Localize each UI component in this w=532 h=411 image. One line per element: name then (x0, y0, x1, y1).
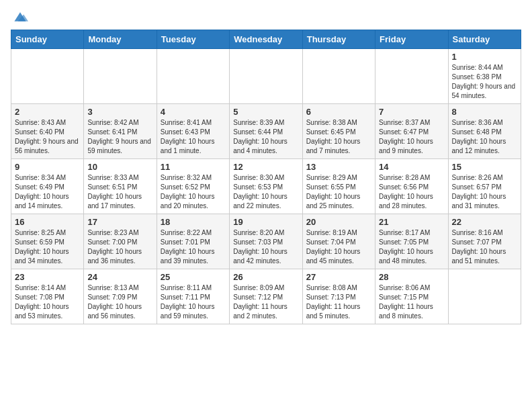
calendar: SundayMondayTuesdayWednesdayThursdayFrid… (11, 30, 521, 324)
day-info: Sunrise: 8:17 AM Sunset: 7:05 PM Dayligh… (379, 228, 444, 266)
day-number: 16 (15, 217, 80, 227)
calendar-cell: 3Sunrise: 8:42 AM Sunset: 6:41 PM Daylig… (84, 104, 157, 159)
day-info: Sunrise: 8:26 AM Sunset: 6:57 PM Dayligh… (452, 173, 517, 211)
day-info: Sunrise: 8:08 AM Sunset: 7:13 PM Dayligh… (306, 283, 371, 321)
calendar-cell: 11Sunrise: 8:32 AM Sunset: 6:52 PM Dayli… (157, 159, 229, 214)
calendar-cell (230, 49, 302, 104)
day-number: 10 (87, 162, 152, 172)
day-info: Sunrise: 8:42 AM Sunset: 6:41 PM Dayligh… (87, 118, 152, 156)
calendar-cell: 6Sunrise: 8:38 AM Sunset: 6:45 PM Daylig… (302, 104, 375, 159)
calendar-week-row: 1Sunrise: 8:44 AM Sunset: 6:38 PM Daylig… (11, 49, 521, 104)
day-number: 19 (233, 217, 298, 227)
day-number: 18 (161, 217, 226, 227)
calendar-header-saturday: Saturday (448, 30, 521, 49)
day-info: Sunrise: 8:37 AM Sunset: 6:47 PM Dayligh… (379, 118, 444, 156)
day-info: Sunrise: 8:44 AM Sunset: 6:38 PM Dayligh… (452, 63, 517, 101)
calendar-cell: 28Sunrise: 8:06 AM Sunset: 7:15 PM Dayli… (375, 269, 448, 324)
calendar-cell: 25Sunrise: 8:11 AM Sunset: 7:11 PM Dayli… (157, 269, 229, 324)
day-info: Sunrise: 8:38 AM Sunset: 6:45 PM Dayligh… (306, 118, 371, 156)
day-number: 7 (379, 107, 444, 117)
day-info: Sunrise: 8:33 AM Sunset: 6:51 PM Dayligh… (87, 173, 152, 211)
day-number: 26 (233, 272, 298, 282)
day-number: 5 (233, 107, 298, 117)
day-number: 20 (306, 217, 371, 227)
calendar-header-monday: Monday (84, 30, 157, 49)
day-info: Sunrise: 8:16 AM Sunset: 7:07 PM Dayligh… (452, 228, 517, 266)
calendar-cell (448, 269, 521, 324)
calendar-cell: 21Sunrise: 8:17 AM Sunset: 7:05 PM Dayli… (375, 214, 448, 269)
header (11, 11, 521, 23)
day-number: 13 (306, 162, 371, 172)
day-info: Sunrise: 8:22 AM Sunset: 7:01 PM Dayligh… (161, 228, 226, 266)
day-info: Sunrise: 8:20 AM Sunset: 7:03 PM Dayligh… (233, 228, 298, 266)
logo (11, 11, 28, 23)
calendar-cell: 1Sunrise: 8:44 AM Sunset: 6:38 PM Daylig… (448, 49, 521, 104)
day-number: 2 (15, 107, 80, 117)
day-info: Sunrise: 8:14 AM Sunset: 7:08 PM Dayligh… (15, 283, 80, 321)
calendar-cell: 4Sunrise: 8:41 AM Sunset: 6:43 PM Daylig… (157, 104, 229, 159)
day-info: Sunrise: 8:36 AM Sunset: 6:48 PM Dayligh… (452, 118, 517, 156)
calendar-cell: 23Sunrise: 8:14 AM Sunset: 7:08 PM Dayli… (11, 269, 84, 324)
calendar-cell (375, 49, 448, 104)
day-info: Sunrise: 8:43 AM Sunset: 6:40 PM Dayligh… (15, 118, 80, 156)
day-number: 6 (306, 107, 371, 117)
day-number: 15 (452, 162, 517, 172)
calendar-week-row: 2Sunrise: 8:43 AM Sunset: 6:40 PM Daylig… (11, 104, 521, 159)
day-info: Sunrise: 8:41 AM Sunset: 6:43 PM Dayligh… (161, 118, 226, 156)
calendar-cell: 5Sunrise: 8:39 AM Sunset: 6:44 PM Daylig… (230, 104, 302, 159)
calendar-cell: 22Sunrise: 8:16 AM Sunset: 7:07 PM Dayli… (448, 214, 521, 269)
calendar-cell: 14Sunrise: 8:28 AM Sunset: 6:56 PM Dayli… (375, 159, 448, 214)
calendar-cell: 8Sunrise: 8:36 AM Sunset: 6:48 PM Daylig… (448, 104, 521, 159)
day-number: 25 (161, 272, 226, 282)
day-info: Sunrise: 8:30 AM Sunset: 6:53 PM Dayligh… (233, 173, 298, 211)
day-number: 27 (306, 272, 371, 282)
calendar-cell: 27Sunrise: 8:08 AM Sunset: 7:13 PM Dayli… (302, 269, 375, 324)
calendar-cell: 15Sunrise: 8:26 AM Sunset: 6:57 PM Dayli… (448, 159, 521, 214)
calendar-week-row: 23Sunrise: 8:14 AM Sunset: 7:08 PM Dayli… (11, 269, 521, 324)
day-info: Sunrise: 8:32 AM Sunset: 6:52 PM Dayligh… (161, 173, 226, 211)
day-number: 4 (161, 107, 226, 117)
day-info: Sunrise: 8:09 AM Sunset: 7:12 PM Dayligh… (233, 283, 298, 321)
day-number: 23 (15, 272, 80, 282)
calendar-cell: 13Sunrise: 8:29 AM Sunset: 6:55 PM Dayli… (302, 159, 375, 214)
day-info: Sunrise: 8:23 AM Sunset: 7:00 PM Dayligh… (87, 228, 152, 266)
day-number: 24 (87, 272, 152, 282)
calendar-cell: 7Sunrise: 8:37 AM Sunset: 6:47 PM Daylig… (375, 104, 448, 159)
day-number: 28 (379, 272, 444, 282)
day-number: 8 (452, 107, 517, 117)
calendar-header-row: SundayMondayTuesdayWednesdayThursdayFrid… (11, 30, 521, 49)
calendar-week-row: 16Sunrise: 8:25 AM Sunset: 6:59 PM Dayli… (11, 214, 521, 269)
day-number: 3 (87, 107, 152, 117)
day-number: 22 (452, 217, 517, 227)
calendar-cell: 17Sunrise: 8:23 AM Sunset: 7:00 PM Dayli… (84, 214, 157, 269)
calendar-cell: 10Sunrise: 8:33 AM Sunset: 6:51 PM Dayli… (84, 159, 157, 214)
calendar-cell (302, 49, 375, 104)
day-number: 12 (233, 162, 298, 172)
day-info: Sunrise: 8:19 AM Sunset: 7:04 PM Dayligh… (306, 228, 371, 266)
calendar-cell: 26Sunrise: 8:09 AM Sunset: 7:12 PM Dayli… (230, 269, 302, 324)
calendar-header-thursday: Thursday (302, 30, 375, 49)
calendar-header-wednesday: Wednesday (230, 30, 302, 49)
calendar-header-sunday: Sunday (11, 30, 84, 49)
calendar-week-row: 9Sunrise: 8:34 AM Sunset: 6:49 PM Daylig… (11, 159, 521, 214)
day-number: 17 (87, 217, 152, 227)
day-info: Sunrise: 8:25 AM Sunset: 6:59 PM Dayligh… (15, 228, 80, 266)
calendar-cell: 19Sunrise: 8:20 AM Sunset: 7:03 PM Dayli… (230, 214, 302, 269)
calendar-cell: 2Sunrise: 8:43 AM Sunset: 6:40 PM Daylig… (11, 104, 84, 159)
calendar-cell: 24Sunrise: 8:13 AM Sunset: 7:09 PM Dayli… (84, 269, 157, 324)
calendar-header-tuesday: Tuesday (157, 30, 229, 49)
calendar-cell: 9Sunrise: 8:34 AM Sunset: 6:49 PM Daylig… (11, 159, 84, 214)
calendar-cell (11, 49, 84, 104)
day-info: Sunrise: 8:28 AM Sunset: 6:56 PM Dayligh… (379, 173, 444, 211)
day-number: 14 (379, 162, 444, 172)
day-number: 1 (452, 52, 517, 62)
calendar-cell: 16Sunrise: 8:25 AM Sunset: 6:59 PM Dayli… (11, 214, 84, 269)
calendar-cell: 12Sunrise: 8:30 AM Sunset: 6:53 PM Dayli… (230, 159, 302, 214)
calendar-cell (157, 49, 229, 104)
day-number: 21 (379, 217, 444, 227)
day-number: 11 (161, 162, 226, 172)
day-info: Sunrise: 8:34 AM Sunset: 6:49 PM Dayligh… (15, 173, 80, 211)
day-info: Sunrise: 8:39 AM Sunset: 6:44 PM Dayligh… (233, 118, 298, 156)
day-number: 9 (15, 162, 80, 172)
logo-icon (12, 11, 28, 23)
